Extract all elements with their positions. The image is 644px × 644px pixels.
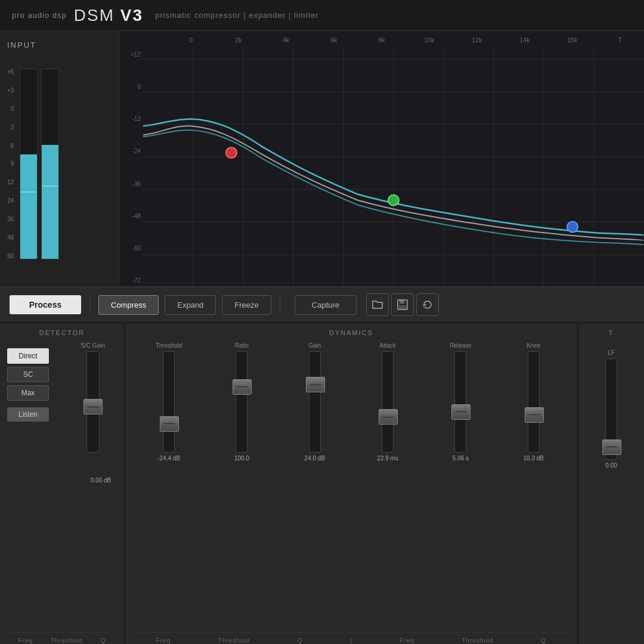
db-labels: +12 0 -12 -24 -36 -48 -60 -72 bbox=[119, 49, 143, 286]
scale-48: 48 bbox=[7, 234, 14, 241]
knee-col: Knee 10.3 dB bbox=[497, 342, 570, 462]
threshold-fader[interactable] bbox=[163, 351, 175, 453]
attack-label: Attack bbox=[379, 342, 396, 349]
dynamics-panel: DYNAMICS Threshold -24.4 dB Ratio 100.0 bbox=[125, 323, 578, 644]
sc-button[interactable]: SC bbox=[7, 367, 49, 382]
lf-thumb[interactable] bbox=[602, 439, 621, 455]
listen-button[interactable]: Listen bbox=[7, 407, 49, 422]
input-meter-panel: INPUT +6 +3 0 3 6 9 12 24 36 48 60 bbox=[0, 31, 119, 286]
dyn-bottom-threshold2: Threshold bbox=[462, 637, 493, 644]
divider-2 bbox=[280, 296, 280, 314]
db-n72: -72 bbox=[119, 277, 143, 284]
knee-label: Knee bbox=[527, 342, 540, 349]
detector-title: DETECTOR bbox=[7, 329, 117, 336]
header: pro audio dsp DSM V3 prismatic compresso… bbox=[0, 0, 644, 31]
db-0: 0 bbox=[119, 83, 143, 90]
dyn-bottom-threshold: Threshold bbox=[218, 637, 250, 644]
freq-0: 0 bbox=[167, 36, 215, 44]
freq-display: 0 2k 4k 6k 8k 10k 12k 14k 16k T +12 0 -1… bbox=[119, 31, 644, 286]
db-n24: -24 bbox=[119, 148, 143, 154]
max-button[interactable]: Max bbox=[7, 385, 49, 401]
freq-t: T bbox=[596, 36, 644, 44]
threshold-label: Threshold bbox=[156, 342, 182, 349]
knee-value: 10.3 dB bbox=[524, 455, 544, 462]
scale-3: 3 bbox=[7, 124, 14, 131]
threshold-thumb[interactable] bbox=[160, 416, 179, 432]
detector-bottom-threshold: Threshold bbox=[51, 637, 82, 644]
threshold-col: Threshold -24.4 dB bbox=[132, 342, 205, 462]
capture-button[interactable]: Capture bbox=[295, 295, 357, 315]
scale-12: 12 bbox=[7, 179, 14, 185]
lf-fader[interactable] bbox=[605, 358, 617, 460]
db-n60: -60 bbox=[119, 245, 143, 252]
attack-col: Attack 22.9 ms bbox=[351, 342, 424, 462]
folder-button[interactable] bbox=[366, 293, 389, 316]
lf-label: LF bbox=[608, 349, 615, 356]
scale-9: 9 bbox=[7, 160, 14, 167]
db-n48: -48 bbox=[119, 213, 143, 219]
ratio-fader[interactable] bbox=[236, 351, 247, 453]
meter-fill-right bbox=[42, 145, 58, 259]
scale-0: 0 bbox=[7, 106, 14, 112]
scale-36: 36 bbox=[7, 216, 14, 222]
app-title-dsm: DSM bbox=[74, 6, 114, 24]
detector-panel: DETECTOR Direct SC Max Listen S/C Gain 0… bbox=[0, 323, 125, 644]
ratio-thumb[interactable] bbox=[233, 379, 252, 395]
refresh-button[interactable] bbox=[416, 293, 439, 316]
threshold-value: -24.4 dB bbox=[157, 455, 180, 462]
save-button[interactable] bbox=[391, 293, 414, 316]
db-n36: -36 bbox=[119, 181, 143, 187]
gain-col: Gain 24.0 dB bbox=[278, 342, 351, 462]
freq-axis: 0 2k 4k 6k 8k 10k 12k 14k 16k T bbox=[143, 31, 644, 49]
sc-gain-label: S/C Gain bbox=[80, 342, 105, 349]
process-button[interactable]: Process bbox=[10, 295, 81, 314]
gain-thumb[interactable] bbox=[306, 377, 325, 392]
ratio-value: 100.0 bbox=[234, 455, 249, 462]
tonal-panel: T LF 0.00 bbox=[578, 323, 644, 644]
release-fader[interactable] bbox=[454, 351, 466, 453]
control-point-green bbox=[388, 195, 399, 206]
expand-button[interactable]: Expand bbox=[165, 295, 216, 315]
freeze-button[interactable]: Freeze bbox=[222, 295, 271, 315]
meter-container: +6 +3 0 3 6 9 12 24 36 48 60 bbox=[7, 57, 59, 259]
dynamics-title: DYNAMICS bbox=[132, 329, 570, 336]
release-col: Release 5.06 s bbox=[424, 342, 497, 462]
detector-bottom-freq: Freq bbox=[18, 637, 33, 644]
bottom-section: DETECTOR Direct SC Max Listen S/C Gain 0… bbox=[0, 323, 644, 644]
freq-svg bbox=[143, 49, 644, 286]
gain-value: 24.0 dB bbox=[305, 455, 325, 462]
sc-gain-thumb[interactable] bbox=[83, 399, 103, 414]
lf-col: LF 0.00 bbox=[586, 349, 637, 469]
attack-fader[interactable] bbox=[382, 351, 394, 453]
dyn-bottom-q2: Q bbox=[541, 637, 546, 644]
meter-indicator-right bbox=[42, 185, 58, 187]
lf-value: 0.00 bbox=[605, 462, 617, 469]
meter-bar-right bbox=[41, 69, 59, 259]
freq-6k: 6k bbox=[310, 36, 358, 44]
attack-value: 22.9 ms bbox=[377, 455, 398, 462]
freq-12k: 12k bbox=[453, 36, 501, 44]
svg-rect-18 bbox=[400, 300, 404, 304]
direct-button[interactable]: Direct bbox=[7, 348, 49, 364]
sc-gain-value: 0.00 dB bbox=[85, 477, 117, 484]
analyzer-section: INPUT +6 +3 0 3 6 9 12 24 36 48 60 bbox=[0, 31, 644, 287]
release-label: Release bbox=[450, 342, 472, 349]
svg-rect-19 bbox=[399, 305, 406, 309]
freq-chart-area bbox=[143, 49, 644, 286]
knee-thumb[interactable] bbox=[525, 407, 544, 423]
app-subtitle: prismatic compressor | expander | limite… bbox=[155, 11, 319, 20]
compress-button[interactable]: Compress bbox=[98, 295, 159, 315]
release-thumb[interactable] bbox=[451, 404, 470, 420]
sc-gain-fader[interactable] bbox=[86, 351, 100, 453]
control-bar: Process Compress Expand Freeze Capture bbox=[0, 287, 644, 323]
scale-p3: +3 bbox=[7, 87, 14, 94]
control-point-red bbox=[226, 147, 237, 158]
control-point-blue bbox=[567, 222, 578, 233]
knee-fader[interactable] bbox=[528, 351, 540, 453]
divider-1 bbox=[89, 296, 90, 314]
gain-fader[interactable] bbox=[309, 351, 321, 453]
meter-indicator-left bbox=[20, 191, 37, 193]
scale-24: 24 bbox=[7, 197, 14, 204]
gain-label: Gain bbox=[308, 342, 321, 349]
attack-thumb[interactable] bbox=[379, 409, 398, 425]
